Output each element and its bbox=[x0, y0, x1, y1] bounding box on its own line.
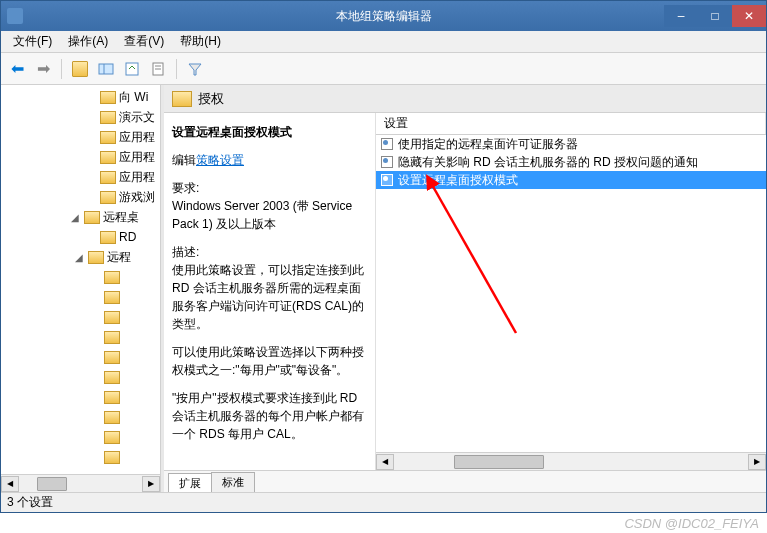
menu-view[interactable]: 查看(V) bbox=[116, 31, 172, 52]
menu-file[interactable]: 文件(F) bbox=[5, 31, 60, 52]
tree-item-label: 应用程 bbox=[119, 129, 155, 146]
back-button[interactable]: ⬅ bbox=[5, 57, 29, 81]
titlebar[interactable]: 本地组策略编辑器 – □ ✕ bbox=[1, 1, 766, 31]
folder-icon bbox=[104, 351, 120, 364]
tree-item[interactable]: 应用程 bbox=[1, 127, 160, 147]
scroll-track[interactable] bbox=[19, 476, 142, 492]
tree-item[interactable] bbox=[1, 447, 160, 467]
desc-p1: 使用此策略设置，可以指定连接到此 RD 会话主机服务器所需的远程桌面服务客户端访… bbox=[172, 261, 367, 333]
content-row: 设置远程桌面授权模式 编辑策略设置 要求: Windows Server 200… bbox=[164, 113, 766, 470]
list-row[interactable]: 设置远程桌面授权模式 bbox=[376, 171, 766, 189]
policy-title: 设置远程桌面授权模式 bbox=[172, 123, 367, 141]
scroll-track[interactable] bbox=[394, 454, 748, 470]
export-button[interactable] bbox=[120, 57, 144, 81]
folder-icon bbox=[104, 391, 120, 404]
description-panel: 设置远程桌面授权模式 编辑策略设置 要求: Windows Server 200… bbox=[164, 113, 376, 470]
tree-item[interactable] bbox=[1, 307, 160, 327]
folder-icon bbox=[104, 271, 120, 284]
filter-button[interactable] bbox=[183, 57, 207, 81]
desc-label: 描述: bbox=[172, 243, 367, 261]
folder-icon bbox=[84, 211, 100, 224]
forward-button[interactable]: ➡ bbox=[31, 57, 55, 81]
requirements-text: Windows Server 2003 (带 Service Pack 1) 及… bbox=[172, 197, 367, 233]
tree-item[interactable] bbox=[1, 387, 160, 407]
folder-icon bbox=[100, 131, 116, 144]
tree-item[interactable]: 游戏浏 bbox=[1, 187, 160, 207]
policy-icon bbox=[380, 137, 394, 151]
tab-extended[interactable]: 扩展 bbox=[168, 473, 212, 492]
list-body[interactable]: 使用指定的远程桌面许可证服务器隐藏有关影响 RD 会话主机服务器的 RD 授权问… bbox=[376, 135, 766, 452]
svg-rect-0 bbox=[99, 64, 113, 74]
properties-button[interactable] bbox=[146, 57, 170, 81]
list-row-label: 使用指定的远程桌面许可证服务器 bbox=[398, 136, 578, 153]
tree-item-label: 游戏浏 bbox=[119, 189, 155, 206]
scroll-right-button[interactable]: ▶ bbox=[142, 476, 160, 492]
statusbar: 3 个设置 bbox=[1, 492, 766, 512]
requirements-label: 要求: bbox=[172, 179, 367, 197]
tree-h-scrollbar[interactable]: ◀ ▶ bbox=[1, 474, 160, 492]
close-button[interactable]: ✕ bbox=[732, 5, 766, 27]
tabs: 扩展 标准 bbox=[164, 470, 766, 492]
folder-icon bbox=[104, 371, 120, 384]
list-row-label: 隐藏有关影响 RD 会话主机服务器的 RD 授权问题的通知 bbox=[398, 154, 698, 171]
list-h-scrollbar[interactable]: ◀ ▶ bbox=[376, 452, 766, 470]
list-row[interactable]: 使用指定的远程桌面许可证服务器 bbox=[376, 135, 766, 153]
tree-item[interactable]: 演示文 bbox=[1, 107, 160, 127]
right-panel: 授权 设置远程桌面授权模式 编辑策略设置 要求: Windows Server … bbox=[161, 85, 766, 492]
show-hide-button[interactable] bbox=[94, 57, 118, 81]
tree-view[interactable]: 向 Wi演示文应用程应用程应用程游戏浏◢远程桌RD◢远程 bbox=[1, 85, 160, 474]
minimize-button[interactable]: – bbox=[664, 5, 698, 27]
scroll-left-button[interactable]: ◀ bbox=[1, 476, 19, 492]
panel-icon bbox=[98, 61, 114, 77]
scroll-left-button[interactable]: ◀ bbox=[376, 454, 394, 470]
menu-action[interactable]: 操作(A) bbox=[60, 31, 116, 52]
maximize-button[interactable]: □ bbox=[698, 5, 732, 27]
up-folder-button[interactable] bbox=[68, 57, 92, 81]
edit-policy-link[interactable]: 策略设置 bbox=[196, 153, 244, 167]
expand-icon[interactable]: ◢ bbox=[73, 252, 85, 263]
tree-item[interactable]: ◢远程 bbox=[1, 247, 160, 267]
tree-item[interactable] bbox=[1, 287, 160, 307]
tree-item-label: 应用程 bbox=[119, 169, 155, 186]
content-header: 授权 bbox=[164, 85, 766, 113]
body: 向 Wi演示文应用程应用程应用程游戏浏◢远程桌RD◢远程 ◀ ▶ 授权 设置远程… bbox=[1, 85, 766, 492]
tree-item-label: 向 Wi bbox=[119, 89, 148, 106]
tree-item[interactable]: ◢远程桌 bbox=[1, 207, 160, 227]
tab-standard[interactable]: 标准 bbox=[211, 472, 255, 492]
column-header-setting[interactable]: 设置 bbox=[376, 113, 766, 134]
menu-help[interactable]: 帮助(H) bbox=[172, 31, 229, 52]
scroll-thumb[interactable] bbox=[37, 477, 67, 491]
tree-item[interactable]: 向 Wi bbox=[1, 87, 160, 107]
tree-item[interactable]: RD bbox=[1, 227, 160, 247]
list-header: 设置 bbox=[376, 113, 766, 135]
arrow-right-icon: ➡ bbox=[37, 59, 50, 78]
folder-icon bbox=[100, 111, 116, 124]
tree-item[interactable] bbox=[1, 367, 160, 387]
tree-panel: 向 Wi演示文应用程应用程应用程游戏浏◢远程桌RD◢远程 ◀ ▶ bbox=[1, 85, 161, 492]
tree-item[interactable] bbox=[1, 347, 160, 367]
scroll-thumb[interactable] bbox=[454, 455, 544, 469]
watermark: CSDN @IDC02_FEIYA bbox=[624, 516, 759, 531]
tree-item[interactable] bbox=[1, 427, 160, 447]
folder-icon bbox=[88, 251, 104, 264]
toolbar: ⬅ ➡ bbox=[1, 53, 766, 85]
tree-item[interactable] bbox=[1, 327, 160, 347]
tree-item[interactable] bbox=[1, 407, 160, 427]
folder-icon bbox=[104, 311, 120, 324]
settings-list-panel: 设置 使用指定的远程桌面许可证服务器隐藏有关影响 RD 会话主机服务器的 RD … bbox=[376, 113, 766, 470]
status-text: 3 个设置 bbox=[7, 494, 53, 511]
tree-item-label: 远程 bbox=[107, 249, 131, 266]
tree-item[interactable]: 应用程 bbox=[1, 147, 160, 167]
policy-icon bbox=[380, 173, 394, 187]
edit-prefix: 编辑 bbox=[172, 153, 196, 167]
tree-item-label: RD bbox=[119, 230, 136, 244]
folder-icon bbox=[104, 331, 120, 344]
policy-icon bbox=[380, 155, 394, 169]
funnel-icon bbox=[187, 61, 203, 77]
list-row[interactable]: 隐藏有关影响 RD 会话主机服务器的 RD 授权问题的通知 bbox=[376, 153, 766, 171]
tree-item[interactable] bbox=[1, 267, 160, 287]
scroll-right-button[interactable]: ▶ bbox=[748, 454, 766, 470]
tree-item[interactable]: 应用程 bbox=[1, 167, 160, 187]
expand-icon[interactable]: ◢ bbox=[69, 212, 81, 223]
svg-rect-2 bbox=[126, 63, 138, 75]
